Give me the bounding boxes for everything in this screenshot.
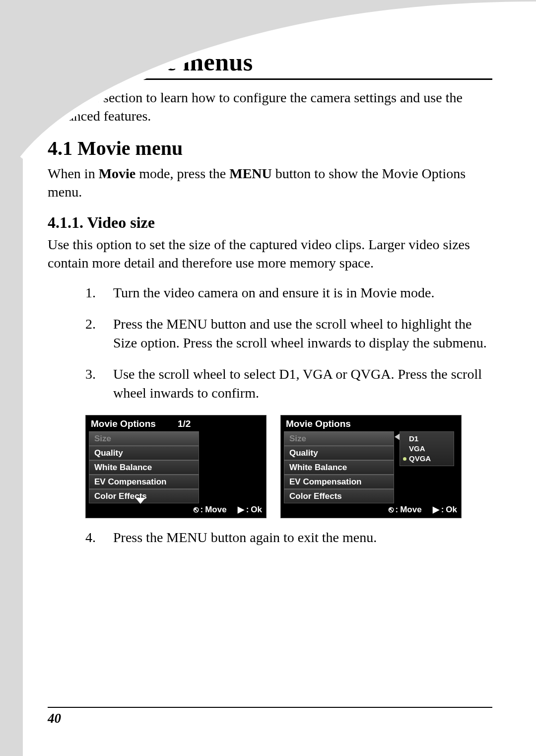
lcd-menu-item: Color Effects	[284, 489, 394, 503]
dpad-icon: ⎋	[194, 505, 199, 515]
chapter-heading: 4Using the menus	[48, 48, 492, 80]
step-1: 1. Turn the video camera on and ensure i…	[85, 283, 492, 302]
chapter-number: 4	[48, 48, 61, 76]
lcd-menu-item: White Balance	[284, 460, 394, 475]
lcd-right: Movie Options Size Quality White Balance…	[280, 415, 462, 518]
lcd-menu-item: Quality	[284, 446, 394, 460]
section-intro: When in Movie mode, press the MENU butto…	[48, 165, 492, 202]
lcd-hints: ⎋: Move ▶: Ok	[389, 504, 458, 515]
lcd-menu: Size Quality White Balance EV Compensati…	[284, 431, 394, 503]
dpad-icon: ⎋	[389, 505, 394, 515]
lcd-title: Movie Options	[86, 415, 266, 431]
steps-list-continued: 4. Press the MENU button again to exit t…	[85, 528, 492, 547]
lcd-submenu: D1 VGA QVGA	[400, 431, 454, 466]
lcd-menu-item: EV Compensation	[284, 475, 394, 489]
steps-list: 1. Turn the video camera on and ensure i…	[85, 283, 492, 403]
lcd-menu: Size Quality White Balance EV Compensati…	[89, 431, 199, 503]
lcd-menu-item: Size	[284, 431, 394, 446]
ok-icon: ▶	[238, 504, 244, 515]
section-heading: 4.1 Movie menu	[48, 137, 492, 160]
lcd-submenu-item: QVGA	[402, 454, 452, 464]
ok-icon: ▶	[433, 504, 439, 515]
subsection-heading: 4.1.1. Video size	[48, 213, 492, 232]
scroll-down-icon	[135, 498, 145, 504]
section-number: 4.1	[48, 137, 72, 159]
screenshots-row: Movie Options 1/2 Size Quality White Bal…	[85, 415, 492, 518]
lcd-submenu-item: D1	[402, 434, 452, 444]
subsection-intro: Use this option to set the size of the c…	[48, 236, 492, 273]
lcd-left: Movie Options 1/2 Size Quality White Bal…	[85, 415, 267, 518]
lcd-title: Movie Options	[281, 415, 461, 431]
subsection-number: 4.1.1.	[48, 213, 83, 231]
chapter-intro: Read this section to learn how to config…	[48, 89, 492, 126]
lcd-menu-item: White Balance	[89, 460, 199, 475]
lcd-menu-item: EV Compensation	[89, 475, 199, 489]
lcd-page-indicator: 1/2	[178, 418, 191, 429]
chapter-title: Using the menus	[74, 48, 253, 76]
side-band	[0, 159, 23, 756]
step-3: 3. Use the scroll wheel to select D1, VG…	[85, 365, 492, 402]
section-title: Movie menu	[77, 137, 183, 159]
step-4: 4. Press the MENU button again to exit t…	[85, 528, 492, 547]
page-number: 40	[48, 711, 492, 726]
subsection-title: Video size	[87, 213, 155, 231]
lcd-submenu-item: VGA	[402, 444, 452, 454]
lcd-hints: ⎋: Move ▶: Ok	[194, 504, 263, 515]
lcd-menu-item: Quality	[89, 446, 199, 460]
lcd-menu-item: Size	[89, 431, 199, 446]
step-2: 2. Press the MENU button and use the scr…	[85, 315, 492, 352]
footer-rule	[48, 707, 492, 708]
